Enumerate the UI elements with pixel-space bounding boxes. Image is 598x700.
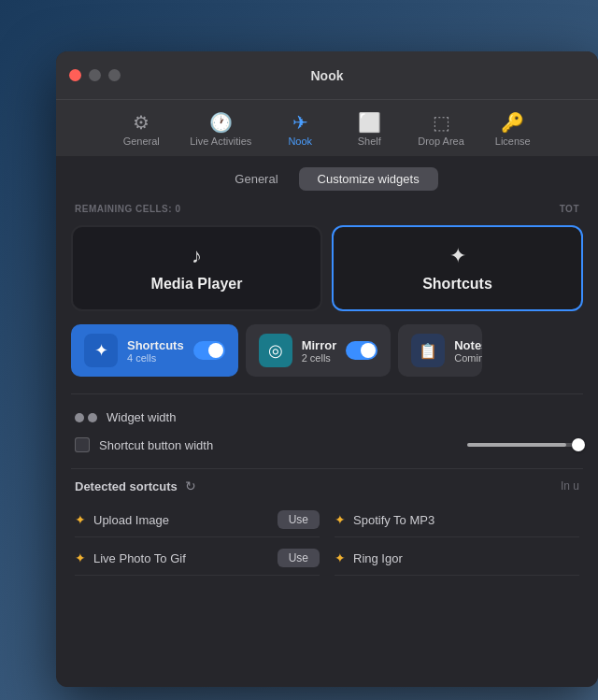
shortcut-row-upload-image: ✦ Upload Image Use	[75, 503, 320, 537]
shortcut-button-width-row: Shortcut button width	[75, 431, 579, 459]
shortcut-width-slider[interactable]	[467, 443, 579, 447]
dot-1	[75, 413, 84, 422]
maximize-button[interactable]	[108, 69, 121, 81]
mirror-icon-box: ◎	[259, 334, 292, 367]
mirror-item-name: Mirror	[302, 338, 337, 352]
shortcuts-text: Shortcuts 4 cells	[127, 338, 184, 364]
shortcut-star-ring-igor: ✦	[335, 550, 346, 565]
items-row: ✦ Shortcuts 4 cells ◎ Mirror 2 cells	[56, 324, 598, 390]
notes-text: Notes Coming	[454, 338, 482, 364]
widget-shortcuts-label: Shortcuts	[422, 276, 492, 293]
sub-tabs: General Customize widgets	[56, 156, 598, 200]
in-use-label: In u	[561, 479, 579, 493]
shortcuts-item-name: Shortcuts	[127, 338, 184, 352]
shortcuts-section-title: Detected sortcuts	[75, 479, 178, 493]
clock-icon: 🕐	[209, 113, 233, 132]
widget-width-label: Widget width	[107, 410, 579, 424]
widgets-row: ♪ Media Player ✦ Shortcuts	[56, 218, 598, 324]
shortcut-name-spotify: Spotify To MP3	[353, 513, 579, 527]
gear-icon: ⚙	[133, 113, 150, 132]
shortcuts-section: Detected sortcuts ↻ In u ✦ Upload Image …	[56, 473, 598, 581]
tab-drop-area-label: Drop Area	[418, 136, 464, 147]
shortcut-row-spotify: ✦ Spotify To MP3	[335, 503, 579, 537]
shortcuts-toggle[interactable]	[193, 341, 225, 360]
notes-item-name: Notes	[454, 338, 482, 352]
titlebar: Nook	[56, 51, 598, 100]
dot-2	[88, 413, 97, 422]
tab-nook[interactable]: ✈ Nook	[266, 107, 334, 156]
notes-icon-box: 📋	[411, 334, 445, 367]
mirror-toggle[interactable]	[346, 341, 377, 360]
shortcut-star-live-photo: ✦	[75, 550, 86, 565]
widget-width-dots	[75, 413, 97, 422]
notes-icon: 📋	[419, 342, 437, 360]
refresh-icon[interactable]: ↻	[185, 479, 196, 493]
mirror-text: Mirror 2 cells	[302, 338, 337, 364]
item-shortcuts[interactable]: ✦ Shortcuts 4 cells	[71, 324, 238, 377]
shortcut-width-checkbox[interactable]	[75, 437, 90, 452]
content-area: General Customize widgets REMAINING CELL…	[56, 156, 598, 687]
shortcut-name-upload: Upload Image	[93, 513, 270, 527]
widget-media-player-label: Media Player	[151, 276, 243, 293]
mirror-item-sub: 2 cells	[302, 352, 337, 364]
slider-thumb[interactable]	[572, 438, 585, 451]
shelf-icon: ⬜	[358, 113, 381, 132]
tab-drop-area[interactable]: ⬚ Drop Area	[405, 107, 477, 156]
widget-card-shortcuts[interactable]: ✦ Shortcuts	[332, 225, 583, 311]
slider-track	[467, 443, 579, 447]
sub-tab-general[interactable]: General	[216, 167, 296, 191]
notes-item-sub: Coming	[454, 352, 482, 364]
shortcuts-item-sub: 4 cells	[127, 352, 184, 364]
shortcuts-grid: ✦ Upload Image Use ✦ Spotify To MP3 ✦ Li…	[75, 503, 579, 576]
sparkle-icon: ✦	[449, 244, 466, 268]
use-button-live-photo[interactable]: Use	[278, 549, 320, 567]
widget-card-media-player[interactable]: ♪ Media Player	[71, 225, 322, 311]
total-cells-label: TOT	[560, 204, 579, 214]
music-note-icon: ♪	[192, 244, 202, 268]
cursor-icon: ✈	[292, 113, 308, 132]
shortcuts-icon-box: ✦	[84, 334, 118, 367]
shortcut-button-width-label: Shortcut button width	[99, 438, 458, 452]
cells-bar: REMAINING CELLS: 0 TOT	[56, 200, 598, 218]
divider-2	[71, 468, 583, 469]
tab-license-label: License	[495, 136, 531, 147]
tab-general-label: General	[123, 136, 160, 147]
tab-nook-label: Nook	[288, 136, 312, 147]
shortcut-name-ring-igor: Ring Igor	[353, 551, 579, 565]
shortcuts-header: Detected sortcuts ↻ In u	[75, 479, 579, 493]
sub-tab-customize[interactable]: Customize widgets	[299, 167, 438, 191]
tab-shelf-label: Shelf	[358, 136, 381, 147]
widget-width-row: Widget width	[75, 404, 579, 431]
tab-live-activities[interactable]: 🕐 Live Activities	[177, 107, 264, 156]
tab-general[interactable]: ⚙ General	[107, 107, 175, 156]
window-title: Nook	[311, 68, 344, 83]
nav-tabs: ⚙ General 🕐 Live Activities ✈ Nook ⬜ She…	[56, 100, 598, 156]
use-button-upload[interactable]: Use	[278, 510, 320, 529]
item-notes[interactable]: 📋 Notes Coming	[398, 324, 482, 377]
drop-area-icon: ⬚	[433, 113, 450, 132]
divider-1	[71, 393, 583, 394]
mirror-icon: ◎	[268, 340, 283, 361]
shortcut-name-live-photo: Live Photo To Gif	[93, 551, 270, 565]
tab-live-activities-label: Live Activities	[190, 136, 251, 147]
shortcut-row-ring-igor: ✦ Ring Igor	[335, 541, 579, 576]
remaining-cells-label: REMAINING CELLS: 0	[75, 204, 180, 214]
key-icon: 🔑	[501, 113, 524, 132]
app-window: Nook ⚙ General 🕐 Live Activities ✈ Nook …	[56, 51, 598, 687]
minimize-button[interactable]	[89, 69, 101, 81]
shortcuts-star-icon: ✦	[94, 340, 108, 361]
item-mirror[interactable]: ◎ Mirror 2 cells	[246, 324, 392, 377]
tab-license[interactable]: 🔑 License	[479, 107, 547, 156]
shortcut-star-spotify: ✦	[335, 512, 346, 527]
settings-section: Widget width Shortcut button width	[56, 398, 598, 464]
slider-fill	[467, 443, 566, 447]
shortcut-star-upload: ✦	[75, 512, 86, 527]
tab-shelf[interactable]: ⬜ Shelf	[335, 107, 403, 156]
shortcut-row-live-photo: ✦ Live Photo To Gif Use	[75, 541, 320, 576]
traffic-lights	[69, 69, 121, 81]
close-button[interactable]	[69, 69, 81, 81]
